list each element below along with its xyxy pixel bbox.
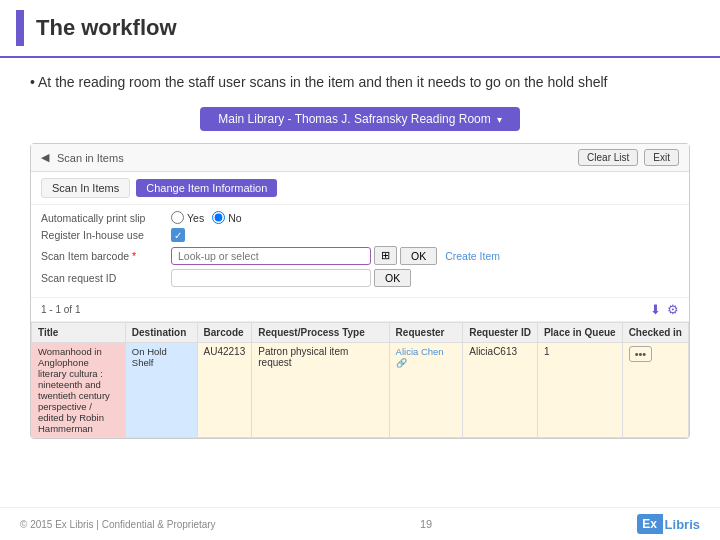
- cell-requester: Alicia Chen 🔗: [389, 343, 463, 438]
- header-accent: [16, 10, 24, 46]
- results-table-wrap: Title Destination Barcode Request/Proces…: [31, 322, 689, 438]
- requester-icon: 🔗: [396, 358, 407, 368]
- scan-request-label: Scan request ID: [41, 272, 171, 284]
- register-checkbox[interactable]: ✓: [171, 228, 185, 242]
- table-row: Womanhood in Anglophone literary cultura…: [32, 343, 689, 438]
- cell-barcode: AU42213: [197, 343, 252, 438]
- clear-list-button[interactable]: Clear List: [578, 149, 638, 166]
- tab-scan-in-items[interactable]: Scan In Items: [41, 178, 130, 198]
- bullet-description: At the reading room the staff user scans…: [30, 72, 690, 93]
- table-header-row: Title Destination Barcode Request/Proces…: [32, 323, 689, 343]
- results-icons: ⬇ ⚙: [650, 302, 679, 317]
- cell-place-queue: 1: [537, 343, 622, 438]
- page-title: The workflow: [36, 15, 177, 41]
- barcode-input[interactable]: [171, 247, 371, 265]
- radio-yes-label[interactable]: Yes: [171, 211, 204, 224]
- col-title: Title: [32, 323, 126, 343]
- cell-title: Womanhood in Anglophone literary cultura…: [32, 343, 126, 438]
- panel-header-right: Clear List Exit: [578, 149, 679, 166]
- copyright-text: © 2015 Ex Libris | Confidential & Propri…: [20, 519, 216, 530]
- panel-title: Scan in Items: [57, 152, 124, 164]
- action-menu-button[interactable]: •••: [629, 346, 653, 362]
- panel-header: ◀ Scan in Items Clear List Exit: [31, 144, 689, 172]
- scan-items-panel: ◀ Scan in Items Clear List Exit Scan In …: [30, 143, 690, 439]
- register-label: Register In-house use: [41, 229, 171, 241]
- scan-form: Automatically print slip Yes No Register…: [31, 205, 689, 298]
- scan-request-input[interactable]: [171, 269, 371, 287]
- radio-yes-input[interactable]: [171, 211, 184, 224]
- location-bar: Main Library - Thomas J. Safransky Readi…: [30, 107, 690, 131]
- cell-requester-id: AliciaC613: [463, 343, 538, 438]
- request-ok-button[interactable]: OK: [374, 269, 411, 287]
- barcode-label: Scan Item barcode: [41, 250, 171, 262]
- panel-header-left: ◀ Scan in Items: [41, 151, 124, 164]
- auto-print-row: Automatically print slip Yes No: [41, 211, 679, 224]
- ex-logo-icon: Ex: [637, 514, 663, 534]
- panel-tabs: Scan In Items Change Item Information: [31, 172, 689, 205]
- exlibris-logo: Ex Libris: [637, 514, 700, 534]
- chevron-down-icon: ▾: [497, 114, 502, 125]
- register-inhouse-row: Register In-house use ✓: [41, 228, 679, 242]
- page-footer: © 2015 Ex Libris | Confidential & Propri…: [0, 507, 720, 540]
- radio-no-label[interactable]: No: [212, 211, 241, 224]
- cell-destination: On Hold Shelf: [125, 343, 197, 438]
- results-table: Title Destination Barcode Request/Proces…: [31, 322, 689, 438]
- barcode-ok-button[interactable]: OK: [400, 247, 437, 265]
- grid-icon-button[interactable]: ⊞: [374, 246, 397, 265]
- auto-print-label: Automatically print slip: [41, 212, 171, 224]
- radio-yes-text: Yes: [187, 212, 204, 224]
- col-place-queue: Place in Queue: [537, 323, 622, 343]
- barcode-row: Scan Item barcode ⊞ OK Create Item: [41, 246, 679, 265]
- col-request-type: Request/Process Type: [252, 323, 389, 343]
- page-header: The workflow: [0, 0, 720, 58]
- libris-text: Libris: [665, 517, 700, 532]
- requester-link[interactable]: Alicia Chen: [396, 346, 444, 357]
- location-button[interactable]: Main Library - Thomas J. Safransky Readi…: [200, 107, 520, 131]
- results-count: 1 - 1 of 1: [41, 304, 80, 315]
- radio-no-input[interactable]: [212, 211, 225, 224]
- radio-no-text: No: [228, 212, 241, 224]
- download-icon[interactable]: ⬇: [650, 302, 661, 317]
- col-requester-id: Requester ID: [463, 323, 538, 343]
- col-barcode: Barcode: [197, 323, 252, 343]
- results-bar: 1 - 1 of 1 ⬇ ⚙: [31, 298, 689, 322]
- col-checked-in: Checked in: [622, 323, 688, 343]
- change-item-info-button[interactable]: Change Item Information: [136, 179, 277, 197]
- cell-checked-in: •••: [622, 343, 688, 438]
- back-icon[interactable]: ◀: [41, 151, 49, 164]
- page-number: 19: [420, 518, 432, 530]
- create-item-link[interactable]: Create Item: [445, 250, 500, 262]
- settings-icon[interactable]: ⚙: [667, 302, 679, 317]
- main-content: At the reading room the staff user scans…: [0, 58, 720, 447]
- scan-request-row: Scan request ID OK: [41, 269, 679, 287]
- exit-button[interactable]: Exit: [644, 149, 679, 166]
- col-requester: Requester: [389, 323, 463, 343]
- col-destination: Destination: [125, 323, 197, 343]
- cell-request-type: Patron physical item request: [252, 343, 389, 438]
- location-label: Main Library - Thomas J. Safransky Readi…: [218, 112, 491, 126]
- auto-print-radio-group: Yes No: [171, 211, 242, 224]
